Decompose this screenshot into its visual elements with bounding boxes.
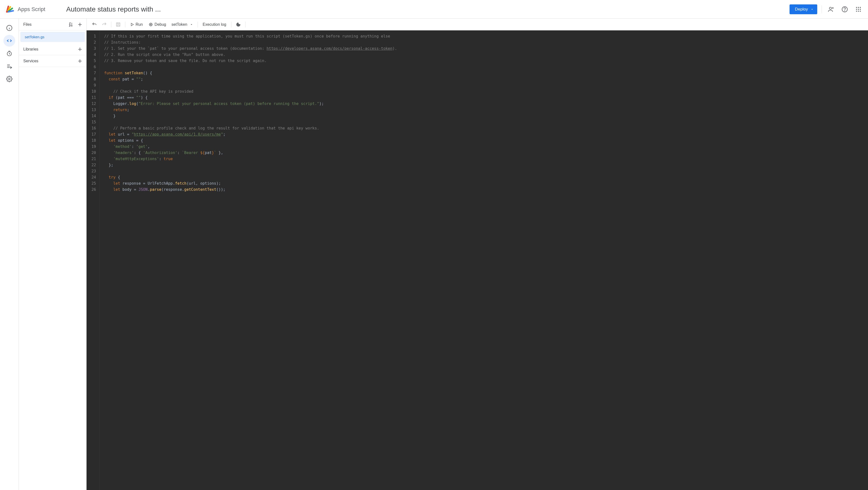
nav-triggers[interactable] [3,48,15,59]
separator [125,22,125,28]
svg-point-5 [858,7,859,8]
add-service-button[interactable] [76,58,83,64]
save-button[interactable] [114,20,123,29]
apps-grid-icon [855,6,862,12]
run-button[interactable]: Run [128,21,145,28]
debug-label: Debug [154,22,166,27]
product-logo-area: Apps Script [5,4,59,15]
nav-editor[interactable] [3,35,15,47]
file-item-settoken[interactable]: setToken.gs [20,32,85,42]
deploy-button[interactable]: Deploy [789,4,817,14]
svg-point-9 [860,8,861,9]
gear-icon [6,76,12,82]
debug-button[interactable]: Debug [146,21,168,28]
dark-mode-toggle[interactable] [234,20,243,29]
svg-point-12 [860,10,861,11]
svg-point-11 [858,10,859,11]
add-file-button[interactable] [76,21,83,28]
svg-point-15 [8,78,10,80]
undo-button[interactable] [90,20,99,29]
services-header: Services [19,55,86,67]
nav-overview[interactable] [3,22,15,34]
function-select[interactable]: setToken [170,21,195,28]
redo-button[interactable] [100,20,108,29]
bug-icon [149,22,153,27]
moon-icon [236,22,241,27]
chevron-down-icon [190,23,193,26]
apps-menu-button[interactable] [854,5,863,14]
plus-icon [77,58,83,64]
execution-log-button[interactable]: Execution log [200,21,229,28]
deploy-label: Deploy [795,7,808,12]
libraries-label: Libraries [23,47,38,52]
code-editor[interactable]: 1234567891011121314151617181920212223242… [87,30,868,490]
redo-icon [101,22,107,27]
add-library-button[interactable] [76,46,83,53]
share-button[interactable] [826,5,836,14]
function-selected-label: setToken [172,22,187,27]
info-icon [6,25,12,31]
editor-toolbar: Run Debug setToken Execution log [87,19,868,30]
svg-point-18 [151,24,151,25]
svg-point-10 [856,10,857,11]
undo-icon [92,22,97,27]
play-icon [130,23,134,27]
nav-rail [0,19,19,490]
project-title[interactable]: Automate status reports with ... [66,5,789,13]
executions-icon [6,63,12,69]
libraries-header: Libraries [19,43,86,55]
svg-point-0 [6,11,8,12]
svg-point-8 [858,8,859,9]
svg-point-3 [844,10,845,11]
svg-point-7 [856,8,857,9]
code-icon [6,37,12,44]
clock-icon [6,50,12,57]
nav-settings[interactable] [3,73,15,85]
save-icon [116,22,121,27]
services-label: Services [23,59,38,63]
file-panel: Files setToken.gs Libraries Services [19,19,87,490]
svg-point-1 [830,7,832,9]
sort-files-button[interactable] [68,21,74,28]
plus-icon [77,47,83,52]
nav-executions[interactable] [3,60,15,72]
person-add-icon [828,6,834,12]
plus-icon [77,22,83,28]
svg-point-4 [856,7,857,8]
apps-script-logo-icon [5,4,15,15]
separator [231,22,231,28]
chevron-down-icon [810,8,814,11]
help-icon [841,6,848,12]
files-header: Files [19,19,86,30]
product-name: Apps Script [18,6,45,12]
run-label: Run [135,22,143,27]
divider [822,5,822,13]
svg-rect-16 [117,23,120,26]
help-button[interactable] [840,5,849,14]
svg-point-6 [860,7,861,8]
sort-az-icon [68,22,74,27]
files-label: Files [23,22,32,27]
line-gutter: 1234567891011121314151617181920212223242… [87,30,100,490]
code-content[interactable]: // If this is your first time using the … [100,30,868,490]
